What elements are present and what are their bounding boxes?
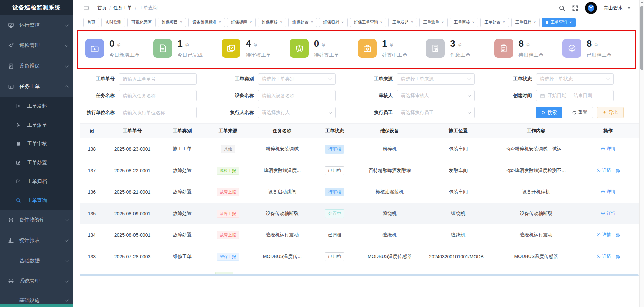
task-name-input[interactable] <box>119 90 197 101</box>
detail-link[interactable]: 详情 <box>596 253 611 259</box>
exec-name-select[interactable]: 请选择执行人 <box>258 107 336 118</box>
scrollbar-thumb[interactable] <box>640 6 643 70</box>
sidebar-item-order-handle[interactable]: 工单处置 <box>0 153 73 172</box>
sidebar-item-work-orders[interactable]: 任务工单 <box>0 76 73 97</box>
tab-maint-audit[interactable]: 维保审核× <box>258 18 286 27</box>
search-icon[interactable] <box>559 5 565 11</box>
stat-value: 0 <box>314 38 319 49</box>
tab-maint-query[interactable]: 维保工单查询× <box>350 18 386 27</box>
tab-maint-handle[interactable]: 维保处置× <box>288 18 317 27</box>
sidebar-item-label: 运行监控 <box>19 22 65 28</box>
close-icon[interactable]: × <box>250 20 252 24</box>
tab-maint-standard[interactable]: 设备维保标准× <box>188 18 225 27</box>
sidebar-item-order-archive[interactable]: 工单归档 <box>0 172 73 191</box>
sidebar-item-label: 基础设施 <box>19 297 65 304</box>
tab-maint-remind[interactable]: 维保提醒× <box>227 18 256 27</box>
close-icon[interactable]: × <box>280 20 282 24</box>
tab-visual-park[interactable]: 可视化园区 <box>127 18 156 27</box>
sidebar-item-base-data[interactable]: 基础数据 <box>0 251 73 271</box>
file-x-icon <box>426 39 445 58</box>
tab-maint-archive[interactable]: 维保归档× <box>319 18 347 27</box>
sidebar-item-maintenance[interactable]: 设备维保 <box>0 56 73 76</box>
filter-form: 工单单号 工单类别 请选择工单类别 工单来源 请选择工单来源 工单状态 请选择工… <box>73 65 644 121</box>
sidebar-item-label: 工单处置 <box>27 160 47 166</box>
tab-order-archive[interactable]: 工单归档× <box>511 18 540 27</box>
sidebar-item-order-audit[interactable]: 工单审核 <box>0 134 73 153</box>
collapse-sidebar-icon[interactable] <box>83 5 90 11</box>
breadcrumb-section[interactable]: 任务工单 <box>113 5 132 11</box>
date-range-picker[interactable]: 开始日期 - 结束日期 <box>536 90 614 101</box>
sidebar-item-spare-parts[interactable]: 备件物资库 <box>0 210 73 230</box>
category-select[interactable]: 请选择工单类别 <box>258 73 336 85</box>
tab-home[interactable]: 首页 <box>83 18 99 27</box>
close-icon[interactable]: × <box>569 20 571 24</box>
chevron-down-icon[interactable] <box>627 7 631 9</box>
tab-order-audit[interactable]: 工单审核× <box>450 18 478 27</box>
chevron-down-icon <box>328 110 332 114</box>
exec-staff-select[interactable]: 请选择执行员工 <box>397 107 475 118</box>
stat-unit: 单 <box>321 43 325 48</box>
tab-maint-project[interactable]: 维保项目× <box>158 18 186 27</box>
auditor-select[interactable]: 请选择审核人 <box>397 90 475 101</box>
order-no-input[interactable] <box>119 73 197 85</box>
sidebar-item-system[interactable]: 系统管理 <box>0 271 73 292</box>
col-order-no: 工单单号 <box>104 124 161 138</box>
table-row: 136 2025-08-21-0001 故障处置 故障上报 设备启动跳闸 待审核… <box>80 181 639 203</box>
detail-link[interactable]: 详情 <box>596 167 611 173</box>
close-icon[interactable]: × <box>341 20 343 24</box>
status-badge: 处置中 <box>325 209 344 218</box>
status-badge: 已归档 <box>325 166 344 175</box>
detail-link[interactable]: 详情 <box>601 189 615 195</box>
tab-order-query-active[interactable]: 工单查询× <box>542 18 575 27</box>
active-dot <box>546 21 548 24</box>
close-icon[interactable]: × <box>411 20 413 24</box>
scroll-up-arrow-icon[interactable] <box>641 1 643 3</box>
horizontal-scrollbar[interactable] <box>80 274 639 276</box>
sidebar-item-inspection[interactable]: 巡检管理 <box>0 35 73 56</box>
date-end: 结束日期 <box>573 93 592 99</box>
eye-icon <box>596 168 601 173</box>
stat-unit: 单 <box>526 43 530 48</box>
username[interactable]: 青山碧水 <box>604 5 623 11</box>
reset-button[interactable]: 重置 <box>567 107 593 118</box>
sidebar-item-monitoring[interactable]: 运行监控 <box>0 15 73 35</box>
vertical-scrollbar[interactable] <box>639 0 644 307</box>
col-task: 任务名称 <box>253 124 312 138</box>
notebook-icon <box>8 63 14 69</box>
exec-unit-input[interactable] <box>119 107 197 118</box>
close-icon[interactable]: × <box>503 20 505 24</box>
tab-realtime[interactable]: 实时监测 <box>101 18 125 27</box>
tab-order-dispatch[interactable]: 工单派单× <box>419 18 448 27</box>
tab-order-create[interactable]: 工单发起× <box>388 18 417 27</box>
search-button[interactable]: 搜索 <box>536 107 562 118</box>
stat-label: 待归档工单 <box>519 52 544 58</box>
source-select[interactable]: 请选择工单来源 <box>397 73 475 85</box>
export-button[interactable]: 导出 <box>597 107 624 118</box>
sidebar-item-order-dispatch[interactable]: 工单派单 <box>0 116 73 134</box>
detail-link[interactable]: 详情 <box>601 210 615 216</box>
check-circle-icon <box>562 39 581 58</box>
close-icon[interactable]: × <box>442 20 444 24</box>
close-icon[interactable]: × <box>311 20 313 24</box>
close-icon[interactable]: × <box>472 20 474 24</box>
avatar[interactable] <box>585 2 597 14</box>
status-select[interactable]: 请选择工单状态 <box>536 73 614 85</box>
sidebar-item-reports[interactable]: 统计报表 <box>0 230 73 251</box>
detail-link[interactable]: 详情 <box>596 232 611 238</box>
sidebar-item-order-create[interactable]: 工单发起 <box>0 97 73 116</box>
close-icon[interactable]: × <box>180 20 182 24</box>
print-icon[interactable] <box>615 169 620 174</box>
stat-value: 8 <box>519 38 524 49</box>
breadcrumb-home[interactable]: 首页 <box>97 5 107 11</box>
fullscreen-icon[interactable] <box>572 5 578 11</box>
sidebar: 设备巡检监测系统 运行监控 巡检管理 设备维保 任务工单 工单发起 <box>0 0 73 307</box>
tab-order-handle[interactable]: 工单处置× <box>480 18 509 27</box>
close-icon[interactable]: × <box>219 20 221 24</box>
detail-link[interactable]: 详情 <box>601 146 615 152</box>
print-icon[interactable] <box>615 255 620 260</box>
device-name-input[interactable] <box>258 90 336 101</box>
close-icon[interactable]: × <box>534 20 536 24</box>
print-icon[interactable] <box>615 233 620 238</box>
sidebar-item-order-query[interactable]: 工单查询 <box>0 191 73 210</box>
close-icon[interactable]: × <box>380 20 382 24</box>
